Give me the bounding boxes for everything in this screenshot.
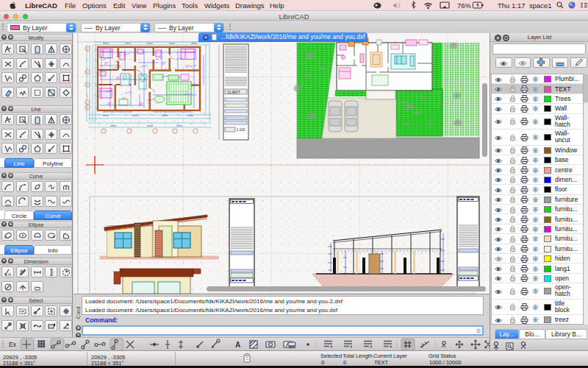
svg-text:A: A (20, 269, 23, 273)
svg-text:Ex: Ex (9, 341, 17, 348)
svg-text:1:100: 1:100 (237, 128, 245, 132)
svg-text:A: A (8, 272, 11, 277)
svg-text:CLIENT: CLIENT (227, 90, 240, 94)
svg-text:I: I (52, 270, 54, 275)
svg-text:A: A (235, 341, 240, 349)
